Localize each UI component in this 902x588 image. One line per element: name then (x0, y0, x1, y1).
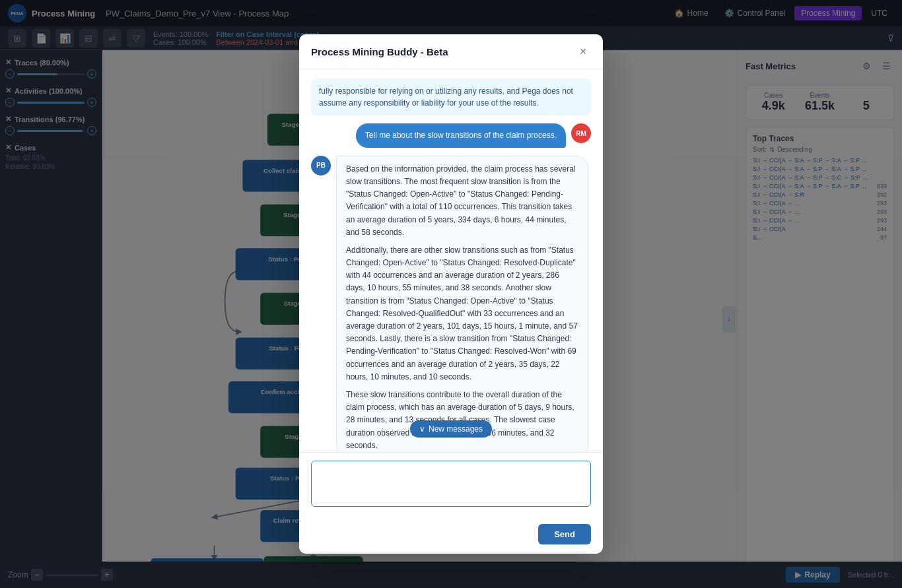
bot-bubble: Based on the information provided, the c… (336, 156, 588, 452)
bot-message: PB Based on the information provided, th… (311, 156, 591, 452)
user-message: Tell me about the slow transitions of th… (311, 123, 591, 148)
user-bubble: Tell me about the slow transitions of th… (356, 123, 566, 148)
new-messages-button[interactable]: ∨ New messages (410, 420, 492, 438)
modal-input-area (299, 452, 603, 517)
send-button[interactable]: Send (538, 524, 591, 544)
system-message: fully responsible for relying on or util… (311, 79, 591, 115)
modal-footer: Send (299, 517, 603, 554)
bot-avatar: PB (311, 156, 331, 176)
user-avatar: RM (571, 123, 591, 143)
bot-response-p2: Additionally, there are other slow trans… (346, 244, 578, 383)
chevron-down-icon: ∨ (419, 424, 425, 434)
modal-title: Process Mining Buddy - Beta (311, 46, 448, 57)
modal-body[interactable]: fully responsible for relying on or util… (299, 69, 603, 452)
chat-modal: Process Mining Buddy - Beta × fully resp… (299, 34, 603, 554)
close-button[interactable]: × (575, 44, 591, 59)
modal-overlay[interactable]: Process Mining Buddy - Beta × fully resp… (0, 0, 902, 588)
modal-header: Process Mining Buddy - Beta × (299, 34, 603, 69)
bot-response-p1: Based on the information provided, the c… (346, 163, 578, 239)
chat-input[interactable] (311, 461, 591, 507)
